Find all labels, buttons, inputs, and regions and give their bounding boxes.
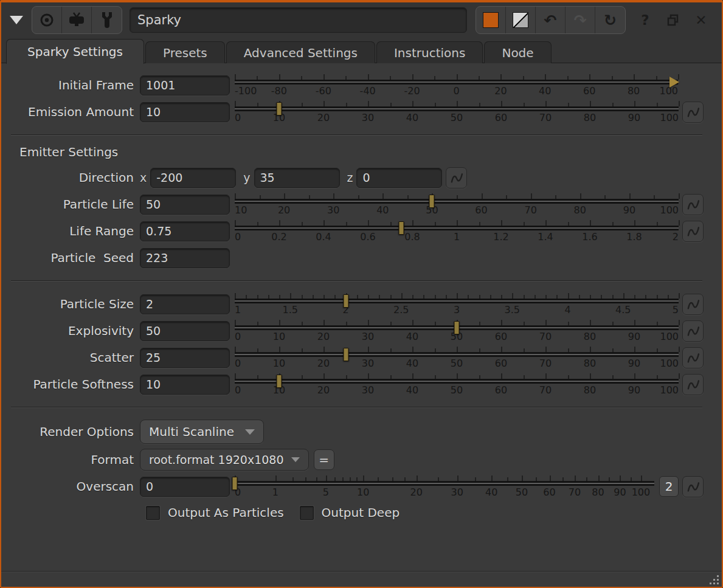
wrench-icon <box>99 11 115 29</box>
slider-minor-tick <box>246 295 247 299</box>
slider-tick <box>412 347 413 352</box>
slider-track[interactable] <box>235 352 679 357</box>
overscan-input[interactable] <box>140 477 230 497</box>
slider-minor-tick <box>604 195 606 199</box>
overscan-animation-button[interactable] <box>682 476 704 497</box>
overscan-slider[interactable]: 015102030405060708090100 <box>235 474 654 499</box>
slider-tick-label: 50 <box>451 358 463 369</box>
slider-track[interactable] <box>235 106 679 111</box>
direction-x-input[interactable] <box>150 168 236 188</box>
life-range-animation-button[interactable] <box>682 221 704 242</box>
scatter-input[interactable] <box>140 348 230 368</box>
slider-tick-label: 0 <box>235 384 241 396</box>
particle-life-input[interactable] <box>140 195 230 215</box>
output-as-particles-checkbox[interactable] <box>146 506 160 520</box>
slider-track[interactable] <box>235 481 654 486</box>
slider-handle[interactable] <box>454 321 460 334</box>
revert-icon: ↻ <box>604 13 617 28</box>
slider-minor-tick <box>313 295 314 299</box>
initial-frame-input[interactable] <box>140 75 230 95</box>
slider-tick-label: 40 <box>539 85 551 97</box>
particle-life-label: Particle Life <box>10 197 140 212</box>
settings-button[interactable] <box>92 7 122 33</box>
node-name-input[interactable] <box>130 7 467 33</box>
node-color-button[interactable] <box>476 7 506 33</box>
slider-handle[interactable] <box>277 102 282 116</box>
particle-softness-label: Particle Softness <box>10 377 140 392</box>
particle-softness-animation-button[interactable] <box>682 374 704 395</box>
explosivity-slider[interactable]: 0102030405060708090100 <box>235 319 679 343</box>
disclosure-triangle-icon[interactable] <box>10 16 23 24</box>
format-equals-button[interactable]: = <box>314 449 334 470</box>
show-in-viewer-button[interactable] <box>62 7 92 33</box>
resize-grip[interactable] <box>708 574 719 585</box>
slider-tick-label: 100 <box>632 486 651 498</box>
slider-track[interactable] <box>235 80 678 85</box>
slider-track[interactable] <box>235 379 679 384</box>
particle-softness-input[interactable] <box>140 375 230 395</box>
slider-handle[interactable] <box>232 477 238 490</box>
tab-instructions[interactable]: Instructions <box>376 41 483 63</box>
life-range-label: Life Range <box>10 224 140 238</box>
slider-tick <box>382 193 384 199</box>
slider-track[interactable] <box>235 199 679 204</box>
particle-size-slider[interactable]: 11.522.533.544.55 <box>235 292 679 316</box>
tab-node[interactable]: Node <box>484 41 551 63</box>
life-range-slider[interactable]: 00.20.40.60.811.21.41.61.82 <box>235 219 679 243</box>
slider-track[interactable] <box>235 299 679 303</box>
slider-handle[interactable] <box>343 348 348 361</box>
slider-tick <box>589 74 590 80</box>
scatter-slider[interactable]: 0102030405060708090100 <box>235 345 679 370</box>
initial-frame-slider[interactable]: -100-80-60-40-20020406080100 <box>235 73 678 97</box>
scatter-animation-button[interactable] <box>682 347 704 368</box>
slider-tick-label: 60 <box>495 112 507 123</box>
slider-tick-label: 70 <box>539 112 552 123</box>
revert-button[interactable]: ↻ <box>595 7 625 33</box>
slider-handle[interactable] <box>277 375 282 388</box>
slider-arrow-handle[interactable] <box>669 77 679 88</box>
slider-minor-tick <box>346 103 347 106</box>
scatter-row: Scatter 0102030405060708090100 <box>10 344 704 371</box>
direction-animation-button[interactable] <box>446 167 467 189</box>
help-button[interactable]: ? <box>634 9 656 31</box>
emission-amount-slider[interactable]: 0102030405060708090100 <box>235 100 679 124</box>
tab-sparky-settings[interactable]: Sparky Settings <box>6 39 144 64</box>
life-range-input[interactable] <box>140 221 230 241</box>
slider-tick-label: 70 <box>539 384 552 396</box>
slider-tick-label: 40 <box>406 358 418 369</box>
center-node-button[interactable] <box>32 7 62 33</box>
emission-amount-input[interactable] <box>140 102 230 122</box>
float-window-button[interactable] <box>662 9 684 31</box>
slider-handle[interactable] <box>398 221 404 235</box>
tab-presets[interactable]: Presets <box>145 41 225 63</box>
render-options-dropdown[interactable]: Multi Scanline <box>140 420 264 444</box>
slider-tick-label: 0 <box>235 231 241 243</box>
redo-button[interactable]: ↷ <box>566 7 595 33</box>
slider-tick-label: 0.2 <box>271 231 286 243</box>
particle-size-input[interactable] <box>140 294 230 314</box>
explosivity-input[interactable] <box>140 321 230 341</box>
direction-y-input[interactable] <box>254 168 340 188</box>
undo-button[interactable]: ↶ <box>536 7 566 33</box>
particle-life-animation-button[interactable] <box>682 194 704 215</box>
slider-minor-tick <box>654 195 655 199</box>
tab-advanced-settings[interactable]: Advanced Settings <box>226 41 375 63</box>
particle-seed-input[interactable] <box>140 248 230 268</box>
render-options-label: Render Options <box>10 424 140 439</box>
format-dropdown[interactable]: root.format 1920x1080 <box>140 449 309 471</box>
particle-size-animation-button[interactable] <box>682 294 704 315</box>
particle-softness-slider[interactable]: 0102030405060708090100 <box>235 372 679 396</box>
emission-amount-animation-button[interactable] <box>682 102 704 123</box>
overscan-expression-button[interactable]: 2 <box>659 476 679 497</box>
direction-z-input[interactable] <box>356 168 442 188</box>
slider-tick-label: 100 <box>660 331 679 342</box>
particle-life-slider[interactable]: 102030405060708090100 <box>235 192 679 216</box>
close-button[interactable]: ✕ <box>690 9 712 31</box>
slider-track[interactable] <box>235 226 679 230</box>
slider-handle[interactable] <box>429 195 435 208</box>
output-deep-checkbox[interactable] <box>300 506 314 520</box>
slider-tick-label: 0 <box>453 85 459 97</box>
explosivity-animation-button[interactable] <box>682 320 704 342</box>
gl-color-button[interactable] <box>506 7 536 33</box>
slider-handle[interactable] <box>343 294 348 308</box>
